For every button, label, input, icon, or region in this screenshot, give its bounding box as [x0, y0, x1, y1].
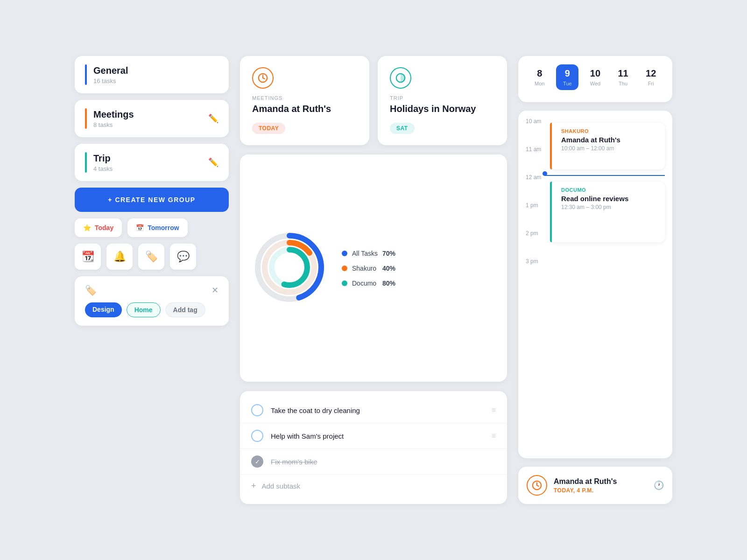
legend-pct-documo: 80%: [382, 280, 395, 287]
tasks-card: Take the coat to dry cleaning ≡ Help wit…: [240, 391, 507, 504]
tag-home[interactable]: Home: [127, 302, 161, 317]
tl-time-2: 12:30 am – 3:00 pm: [561, 204, 658, 210]
dot-documo: [342, 280, 347, 286]
event-category-trip: TRIP: [390, 95, 495, 101]
task-row-2[interactable]: Help with Sam's project ≡: [240, 423, 507, 449]
legend-label-all-tasks: All Tasks: [352, 250, 378, 257]
group-card-general[interactable]: General 16 tasks: [75, 56, 229, 93]
dot-shakuro: [342, 266, 347, 271]
cal-day-label-mon: Mon: [535, 81, 544, 86]
timeline-section: 10 am 11 am 12 am 1 pm 2 pm 3 pm SHAKURO…: [518, 111, 672, 458]
tag-design[interactable]: Design: [85, 302, 122, 317]
group-card-trip[interactable]: Trip 4 tasks ✏️: [75, 144, 229, 181]
add-subtask-label: Add subtask: [262, 482, 301, 490]
cal-day-num-fri: 12: [646, 68, 656, 79]
time-label-2pm: 2 pm: [526, 230, 538, 237]
cal-day-mon[interactable]: 8 Mon: [529, 64, 551, 90]
filter-today-button[interactable]: ⭐ Today: [75, 218, 122, 237]
event-card-meetings[interactable]: MEETINGS Amanda at Ruth's TODAY: [240, 56, 369, 145]
icon-grid: 📆 🔔 🏷️ 💬: [75, 244, 229, 270]
tag-card: 🏷️ ✕ Design Home Add tag: [75, 276, 229, 326]
legend-shakuro: Shakuro 40%: [342, 265, 395, 272]
tag-icon-button[interactable]: 🏷️: [138, 244, 164, 270]
group-bar-meetings: [85, 108, 87, 129]
tl-time-1: 10:00 am – 12:00 am: [561, 145, 658, 152]
cal-day-label-fri: Fri: [648, 81, 654, 86]
group-name-meetings: Meetings: [93, 109, 134, 120]
legend-documo: Documo 80%: [342, 280, 395, 287]
chart-card: All Tasks 70% Shakuro 40% Documo 80%: [240, 154, 507, 382]
cal-day-label-tue: Tue: [563, 81, 572, 86]
add-plus-icon: +: [251, 481, 256, 491]
bottom-event-card[interactable]: Amanda at Ruth's TODAY, 4 P.M. 🕐: [518, 467, 672, 504]
group-name-trip: Trip: [93, 153, 113, 164]
dot-all-tasks: [342, 251, 347, 256]
bottom-event-title: Amanda at Ruth's: [554, 477, 647, 486]
time-label-1pm: 1 pm: [526, 202, 538, 209]
timeline-event-1[interactable]: SHAKURO Amanda at Ruth's 10:00 am – 12:0…: [550, 123, 665, 169]
cal-day-label-thu: Thu: [619, 81, 627, 86]
left-column: General 16 tasks Meetings 8 tasks ✏️ Tri…: [75, 56, 229, 504]
donut-chart: [252, 230, 327, 307]
bottom-event-time: TODAY, 4 P.M.: [554, 487, 647, 494]
tag-card-header: 🏷️ ✕: [85, 285, 218, 296]
bell-icon: 🔔: [113, 251, 126, 263]
group-card-meetings[interactable]: Meetings 8 tasks ✏️: [75, 100, 229, 137]
quick-filters: ⭐ Today 📅 Tomorrow: [75, 218, 229, 237]
time-label-12am: 12 am: [526, 174, 541, 181]
timeline-event-2[interactable]: DOCUMO Read online reviews 12:30 am – 3:…: [550, 182, 665, 242]
trip-event-icon: [390, 67, 411, 89]
clock-icon: 🕐: [654, 480, 664, 490]
task-checkbox-1[interactable]: [251, 404, 263, 416]
tag-add[interactable]: Add tag: [165, 302, 205, 317]
legend-label-documo: Documo: [352, 280, 378, 287]
current-time-dot: [543, 171, 547, 176]
close-icon[interactable]: ✕: [211, 285, 218, 295]
event-bar-teal: [550, 182, 552, 242]
cal-day-fri[interactable]: 12 Fri: [640, 64, 662, 90]
event-title-trip: Holidays in Norway: [390, 104, 495, 114]
task-row-1[interactable]: Take the coat to dry cleaning ≡: [240, 398, 507, 423]
chat-icon: 💬: [177, 251, 190, 263]
legend-pct-shakuro: 40%: [382, 265, 395, 272]
tag-header-icon: 🏷️: [85, 285, 97, 296]
filter-today-label: Today: [95, 224, 113, 231]
add-subtask-row[interactable]: + Add subtask: [240, 475, 507, 497]
group-tasks-trip: 4 tasks: [93, 165, 113, 172]
right-column: 8 Mon 9 Tue 10 Wed 11 Thu 12 Fri: [518, 56, 672, 504]
group-name-general: General: [93, 65, 128, 76]
cal-day-num-mon: 8: [537, 68, 542, 79]
event-card-trip[interactable]: TRIP Holidays in Norway SAT: [378, 56, 507, 145]
calendar-widget-icon[interactable]: 📆: [75, 244, 101, 270]
edit-icon-trip[interactable]: ✏️: [208, 157, 218, 168]
calendar-days: 8 Mon 9 Tue 10 Wed 11 Thu 12 Fri: [526, 64, 665, 90]
task-text-1: Take the coat to dry cleaning: [271, 406, 484, 414]
time-label-3pm: 3 pm: [526, 258, 538, 265]
bell-icon-button[interactable]: 🔔: [106, 244, 133, 270]
create-new-group-button[interactable]: + CREATE NEW GROUP: [75, 188, 229, 212]
cal-day-tue[interactable]: 9 Tue: [556, 64, 578, 90]
group-bar-trip: [85, 152, 87, 173]
legend-label-shakuro: Shakuro: [352, 265, 378, 272]
tl-company-shakuro: SHAKURO: [561, 128, 658, 134]
task-row-3: ✓ Fix mom's bike: [240, 449, 507, 475]
middle-column: MEETINGS Amanda at Ruth's TODAY TRIP Hol…: [240, 56, 507, 504]
event-badge-sat: SAT: [390, 123, 415, 134]
tl-title-2: Read online reviews: [561, 195, 658, 203]
cal-day-thu[interactable]: 11 Thu: [612, 64, 634, 90]
task-checkbox-done-3[interactable]: ✓: [251, 455, 263, 468]
group-tasks-general: 16 tasks: [93, 77, 128, 84]
filter-tomorrow-button[interactable]: 📅 Tomorrow: [127, 218, 187, 237]
task-menu-icon-1[interactable]: ≡: [492, 406, 496, 414]
cal-day-wed[interactable]: 10 Wed: [584, 64, 606, 90]
edit-icon-meetings[interactable]: ✏️: [208, 113, 218, 124]
task-menu-icon-2[interactable]: ≡: [492, 432, 496, 440]
cal-day-num-thu: 11: [618, 68, 628, 79]
calendar-small-icon: 📆: [82, 251, 94, 263]
calendar-card: 8 Mon 9 Tue 10 Wed 11 Thu 12 Fri: [518, 56, 672, 102]
group-bar-general: [85, 64, 87, 85]
tl-company-documo: DOCUMO: [561, 187, 658, 193]
cal-day-num-wed: 10: [590, 68, 600, 79]
chat-icon-button[interactable]: 💬: [170, 244, 196, 270]
task-checkbox-2[interactable]: [251, 430, 263, 442]
